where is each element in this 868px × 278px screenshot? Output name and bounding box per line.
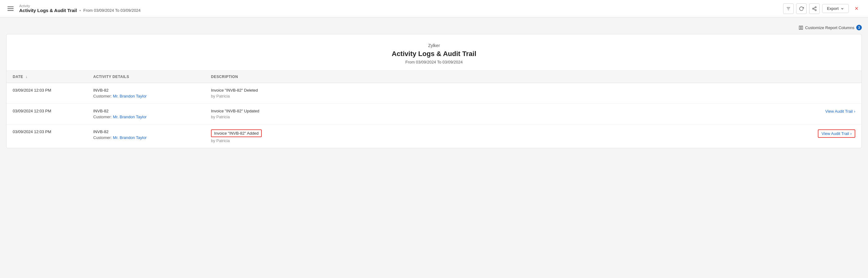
activity-details-cell: INVB-82 Customer: Mr. Brandon Taylor [87,104,205,125]
customize-label: Customize Report Columns [805,25,855,30]
close-icon: × [855,5,859,12]
svg-rect-9 [801,26,803,29]
customize-columns-button[interactable]: Customize Report Columns 3 [799,25,862,30]
share-icon [812,6,817,11]
svg-line-6 [814,9,815,10]
activity-customer: Customer: Mr. Brandon Taylor [93,114,198,119]
title-bullet: • [79,8,81,13]
export-button[interactable]: Export [822,4,849,13]
activity-customer: Customer: Mr. Brandon Taylor [93,94,198,99]
svg-line-7 [814,7,815,8]
activity-ref: INVB-82 [93,129,198,134]
description-by: by Patricia [211,138,565,143]
top-bar-title: Activity Activity Logs & Audit Trail • F… [19,4,141,13]
report-card: Zylker Activity Logs & Audit Trail From … [6,34,862,148]
view-audit-trail-link[interactable]: View Audit Trail › [818,129,855,138]
table-row: 03/09/2024 12:03 PM INVB-82 Customer: Mr… [6,125,862,148]
action-cell: View Audit Trail › [571,125,862,148]
share-button[interactable] [809,3,820,14]
export-dropdown-icon [840,7,844,10]
top-bar-right: Export × [783,3,862,14]
refresh-icon [799,6,804,11]
report-date-label: From [405,60,416,64]
col-date: DATE ↓ [6,71,87,83]
main-content: Customize Report Columns 3 Zylker Activi… [0,18,868,153]
customer-link[interactable]: Mr. Brandon Taylor [113,94,147,99]
description-cell: Invoice "INVB-82" Deletedby Patricia [205,83,571,104]
customer-link[interactable]: Mr. Brandon Taylor [113,135,147,140]
report-header: Zylker Activity Logs & Audit Trail From … [6,34,862,71]
customize-bar: Customize Report Columns 3 [6,22,862,34]
header-date-range: From 03/09/2024 To 03/09/2024 [83,8,141,13]
description-cell: Invoice "INVB-82" Updatedby Patricia [205,104,571,125]
view-audit-label: View Audit Trail [825,109,853,114]
description-cell: Invoice "INVB-82" Addedby Patricia [205,125,571,148]
report-date-to: 03/09/2024 [442,60,463,64]
svg-point-5 [815,9,816,10]
date-cell: 03/09/2024 12:03 PM [6,125,87,148]
svg-point-4 [812,8,814,9]
description-main: Invoice "INVB-82" Added [211,129,262,137]
module-name: Activity [19,4,141,8]
filter-icon [786,6,791,11]
table-body: 03/09/2024 12:03 PM INVB-82 Customer: Mr… [6,83,862,148]
top-bar-left: Activity Activity Logs & Audit Trail • F… [6,4,141,13]
chevron-right-icon: › [854,109,855,114]
hamburger-icon[interactable] [6,5,15,12]
view-audit-label: View Audit Trail [822,131,849,136]
view-audit-trail-link[interactable]: View Audit Trail › [825,109,855,114]
report-title: Activity Logs & Audit Trail [13,50,855,58]
col-description: DESCRIPTION [205,71,571,83]
description-main: Invoice "INVB-82" Updated [211,109,565,113]
date-cell: 03/09/2024 12:03 PM [6,83,87,104]
customer-link[interactable]: Mr. Brandon Taylor [113,114,147,119]
table-header: DATE ↓ ACTIVITY DETAILS DESCRIPTION [6,71,862,83]
svg-point-3 [815,6,816,8]
company-name: Zylker [13,43,855,48]
description-by: by Patricia [211,94,565,99]
customize-badge: 3 [856,25,862,30]
sort-icon: ↓ [26,75,28,79]
description-by: by Patricia [211,114,565,119]
activity-ref: INVB-82 [93,109,198,113]
chevron-right-icon: › [850,131,851,136]
columns-icon [799,25,803,30]
activity-customer: Customer: Mr. Brandon Taylor [93,135,198,140]
refresh-button[interactable] [796,3,807,14]
report-date-from: 03/09/2024 [416,60,436,64]
report-date-range: From 03/09/2024 To 03/09/2024 [13,60,855,64]
top-bar: Activity Activity Logs & Audit Trail • F… [0,0,868,18]
report-date-to-label: To [436,60,443,64]
close-button[interactable]: × [851,3,862,14]
activity-table: DATE ↓ ACTIVITY DETAILS DESCRIPTION 03/0… [6,71,862,148]
activity-details-cell: INVB-82 Customer: Mr. Brandon Taylor [87,83,205,104]
activity-details-cell: INVB-82 Customer: Mr. Brandon Taylor [87,125,205,148]
date-cell: 03/09/2024 12:03 PM [6,104,87,125]
action-cell [571,83,862,104]
export-label: Export [827,6,839,11]
col-action [571,71,862,83]
table-row: 03/09/2024 12:03 PM INVB-82 Customer: Mr… [6,104,862,125]
description-main: Invoice "INVB-82" Deleted [211,88,565,93]
svg-rect-8 [799,26,801,29]
action-cell: View Audit Trail › [571,104,862,125]
page-title: Activity Logs & Audit Trail [19,8,77,13]
table-row: 03/09/2024 12:03 PM INVB-82 Customer: Mr… [6,83,862,104]
col-activity: ACTIVITY DETAILS [87,71,205,83]
filter-button[interactable] [783,3,794,14]
activity-ref: INVB-82 [93,88,198,93]
